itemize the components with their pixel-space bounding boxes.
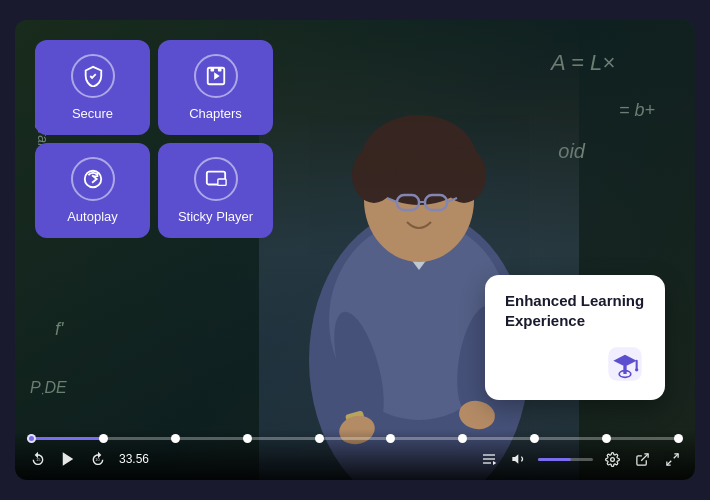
svg-line-39 bbox=[641, 453, 648, 460]
progress-dot-6 bbox=[386, 434, 395, 443]
controls-row: 15 10 33.56 bbox=[27, 448, 683, 470]
svg-line-41 bbox=[666, 460, 670, 464]
settings-button[interactable] bbox=[601, 448, 623, 470]
svg-line-40 bbox=[673, 453, 677, 457]
chapters-icon bbox=[194, 54, 238, 98]
sticky-player-label: Sticky Player bbox=[178, 209, 253, 224]
video-player: A = L× = b+ oid B+ parallelogram P·DE f' bbox=[15, 20, 695, 480]
progress-markers bbox=[27, 433, 683, 443]
svg-point-38 bbox=[610, 457, 614, 461]
svg-marker-31 bbox=[63, 452, 74, 466]
svg-text:10: 10 bbox=[95, 457, 100, 462]
progress-dot-9 bbox=[602, 434, 611, 443]
progress-dot-5 bbox=[315, 434, 324, 443]
progress-dot-8 bbox=[530, 434, 539, 443]
formula-7: f' bbox=[55, 319, 63, 340]
progress-dot-2 bbox=[99, 434, 108, 443]
feature-grid: Secure Chapters bbox=[35, 40, 273, 238]
learning-card-title: Enhanced Learning Experience bbox=[505, 291, 645, 330]
graduation-cap-icon bbox=[605, 344, 645, 384]
fullscreen-button[interactable] bbox=[661, 448, 683, 470]
playlist-button[interactable] bbox=[478, 448, 500, 470]
progress-dot-7 bbox=[458, 434, 467, 443]
progress-dot-1 bbox=[27, 434, 36, 443]
svg-marker-37 bbox=[512, 454, 518, 463]
time-display: 33.56 bbox=[119, 452, 149, 466]
secure-label: Secure bbox=[72, 106, 113, 121]
person-area bbox=[259, 20, 579, 480]
formula-6: P·DE bbox=[30, 379, 67, 400]
feature-card-autoplay[interactable]: Autoplay bbox=[35, 143, 150, 238]
volume-slider[interactable] bbox=[538, 458, 593, 461]
secure-icon bbox=[71, 54, 115, 98]
volume-button[interactable] bbox=[508, 448, 530, 470]
share-button[interactable] bbox=[631, 448, 653, 470]
autoplay-label: Autoplay bbox=[67, 209, 118, 224]
chapters-label: Chapters bbox=[189, 106, 242, 121]
svg-rect-20 bbox=[217, 68, 221, 72]
volume-fill bbox=[538, 458, 571, 461]
play-button[interactable] bbox=[57, 448, 79, 470]
rewind-button[interactable]: 15 bbox=[27, 448, 49, 470]
sticky-player-icon bbox=[194, 157, 238, 201]
svg-point-5 bbox=[352, 147, 396, 203]
feature-card-secure[interactable]: Secure bbox=[35, 40, 150, 135]
svg-point-6 bbox=[442, 147, 486, 203]
feature-card-chapters[interactable]: Chapters bbox=[158, 40, 273, 135]
autoplay-icon bbox=[71, 157, 115, 201]
progress-bar[interactable] bbox=[27, 437, 683, 440]
svg-rect-26 bbox=[623, 366, 626, 374]
learning-card-icon-area bbox=[505, 344, 645, 384]
feature-card-sticky-player[interactable]: Sticky Player bbox=[158, 143, 273, 238]
progress-dot-10 bbox=[674, 434, 683, 443]
svg-text:15: 15 bbox=[36, 457, 41, 462]
learning-card: Enhanced Learning Experience bbox=[485, 275, 665, 400]
formula-2: = b+ bbox=[619, 100, 655, 121]
svg-rect-19 bbox=[210, 68, 214, 72]
skip-forward-button[interactable]: 10 bbox=[87, 448, 109, 470]
svg-point-29 bbox=[635, 368, 638, 371]
svg-marker-36 bbox=[493, 461, 496, 465]
svg-marker-18 bbox=[214, 72, 220, 79]
progress-dot-4 bbox=[243, 434, 252, 443]
progress-dot-3 bbox=[171, 434, 180, 443]
svg-rect-23 bbox=[217, 179, 225, 185]
controls-bar: 15 10 33.56 bbox=[15, 429, 695, 480]
